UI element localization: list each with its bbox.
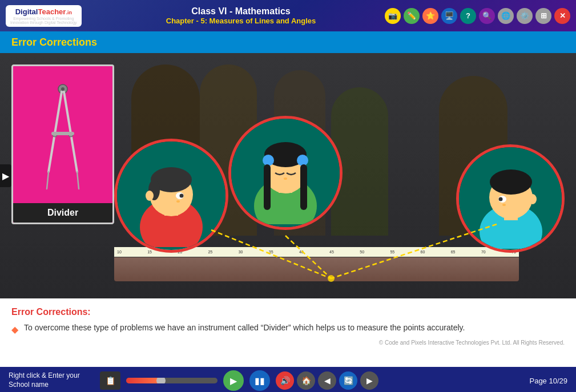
header: Digital Teacher.in Empowering Schools & … <box>0 0 576 31</box>
svg-point-16 <box>146 191 154 201</box>
prev-button[interactable]: ◀ <box>318 371 336 390</box>
logo-area: Digital Teacher.in Empowering Schools & … <box>6 5 97 27</box>
header-icon-grid[interactable]: ⊞ <box>535 8 551 24</box>
play-button[interactable]: ▶ <box>223 370 244 391</box>
divider-svg-icon <box>34 78 91 192</box>
header-icon-search[interactable]: 🔍 <box>479 8 495 24</box>
svg-rect-25 <box>300 164 307 210</box>
portrait-right-boy <box>456 144 565 253</box>
svg-rect-8 <box>51 132 74 135</box>
divider-card: Divider <box>11 64 114 224</box>
svg-point-17 <box>176 200 180 203</box>
svg-line-4 <box>47 172 49 189</box>
main-content: ▶ <box>0 53 576 298</box>
logo-box: Digital Teacher.in Empowering Schools & … <box>6 5 82 27</box>
copyright: © Code and Pixels Interactive Technologi… <box>11 340 565 346</box>
next-button[interactable]: ▶ <box>360 371 378 390</box>
header-icon-star[interactable]: ⭐ <box>422 8 438 24</box>
portrait-center-inner <box>231 119 340 227</box>
progress-bar-container[interactable] <box>126 378 217 383</box>
svg-point-15 <box>180 194 184 198</box>
refresh-button[interactable]: 🔄 <box>339 371 357 390</box>
logo-digital: Digital <box>15 7 38 16</box>
home-button[interactable]: 🏠 <box>297 371 315 390</box>
logo-teacher: Teacher.in <box>38 7 71 16</box>
header-title-sub: Chapter - 5: Measures of Lines and Angle… <box>97 17 385 25</box>
portrait-left-boy <box>114 139 228 253</box>
svg-point-23 <box>297 155 308 166</box>
section-title: Error Corrections <box>11 37 97 49</box>
page-info: Page 10/29 <box>529 377 567 385</box>
progress-knob[interactable] <box>156 378 166 383</box>
portrait-left-inner <box>117 142 225 250</box>
progress-bar-fill <box>126 378 158 383</box>
info-bullet: ◆ <box>11 323 18 337</box>
portrait-right-inner <box>459 147 562 250</box>
header-titles: Class VI - Mathematics Chapter - 5: Meas… <box>97 6 385 25</box>
svg-point-30 <box>490 169 532 195</box>
header-icon-camera[interactable]: 📷 <box>385 8 401 24</box>
header-icon-globe[interactable]: 🌐 <box>498 8 514 24</box>
section-header: Error Corrections <box>0 31 576 53</box>
svg-line-5 <box>77 172 79 189</box>
svg-point-26 <box>284 177 287 180</box>
svg-point-33 <box>529 194 537 204</box>
header-icons: 📷 ✏️ ⭐ 🖥️ ? 🔍 🌐 ⚙️ ⊞ ✕ <box>385 8 570 24</box>
svg-point-32 <box>498 197 502 201</box>
volume-button[interactable]: 🔊 <box>276 371 294 390</box>
bottom-tool-icons: 🔊 🏠 ◀ 🔄 ▶ <box>276 371 378 390</box>
info-title: Error Corrections: <box>11 307 565 317</box>
svg-rect-24 <box>264 164 271 210</box>
info-body: To overcome these type of problems we ha… <box>24 322 465 334</box>
nav-arrow-left[interactable]: ▶ <box>0 164 11 187</box>
divider-image <box>34 66 91 203</box>
header-icon-help[interactable]: ? <box>460 8 476 24</box>
header-icon-pen[interactable]: ✏️ <box>404 8 420 24</box>
logo-tagline: Empowering Schools & PromotingInnovation… <box>10 17 77 25</box>
bottom-btn-clipboard[interactable]: 📋 <box>100 371 120 390</box>
header-icon-close[interactable]: ✕ <box>554 8 570 24</box>
header-icon-monitor[interactable]: 🖥️ <box>441 8 457 24</box>
svg-point-1 <box>61 87 65 91</box>
school-name-label: Right click & Enter your School name <box>9 371 94 389</box>
header-icon-settings[interactable]: ⚙️ <box>517 8 533 24</box>
portrait-center-girl <box>228 116 343 230</box>
header-title-main: Class VI - Mathematics <box>97 6 385 17</box>
svg-point-34 <box>502 204 506 206</box>
pause-button[interactable]: ▮▮ <box>249 370 270 391</box>
info-item: ◆ To overcome these type of problems we … <box>11 322 565 337</box>
divider-label: Divider <box>13 203 112 223</box>
bottom-bar: Right click & Enter your School name 📋 ▶… <box>0 367 576 392</box>
info-section: Error Corrections: ◆ To overcome these t… <box>0 298 576 367</box>
svg-point-22 <box>263 155 274 166</box>
